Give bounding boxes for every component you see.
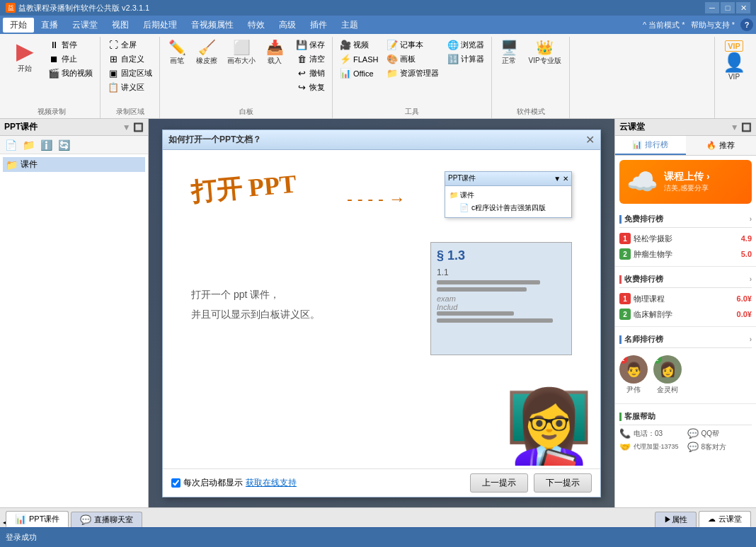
support-agent[interactable]: 🤝 代理加盟·13735 bbox=[619, 442, 685, 452]
refresh-button[interactable]: 🔄 bbox=[56, 138, 72, 152]
menu-start[interactable]: 开始 bbox=[3, 18, 34, 33]
cloud-promo-banner[interactable]: ☁️ 课程上传 › 洁美,感要分享 bbox=[619, 160, 752, 204]
my-video-button[interactable]: 🎬 我的视频 bbox=[45, 67, 96, 80]
cloud-panel-header: 云课堂 ▼ 🔲 bbox=[615, 119, 756, 136]
master-ranking-title: 名师排行榜 › bbox=[619, 331, 752, 348]
show-on-startup-label: 每次启动都显示 bbox=[183, 477, 243, 489]
current-mode[interactable]: ^ 当前模式 * bbox=[643, 20, 685, 30]
modal-hint-text: 打开 PPT bbox=[190, 166, 298, 210]
bottom-tab-property[interactable]: ▶属性 bbox=[655, 512, 697, 527]
undo-label: 撤销 bbox=[309, 68, 325, 79]
tree-item-courseware[interactable]: 📁 课件 bbox=[3, 157, 145, 172]
menu-live[interactable]: 直播 bbox=[34, 18, 65, 33]
master-ranking-more[interactable]: › bbox=[750, 335, 752, 343]
office-button[interactable]: 📊 Office bbox=[337, 67, 381, 80]
pen-icon: ✏️ bbox=[168, 40, 186, 54]
ppt-tree-courseware: 📁 课件 bbox=[448, 189, 568, 202]
calculator-button[interactable]: 🔢 计算器 bbox=[445, 52, 487, 66]
tools-label: 工具 bbox=[405, 105, 419, 117]
paid-rank-1-score: 6.0¥ bbox=[737, 294, 752, 303]
maximize-button[interactable]: □ bbox=[721, 2, 735, 13]
minimize-button[interactable]: ─ bbox=[705, 2, 719, 13]
modal-close-button[interactable]: ✕ bbox=[585, 133, 595, 146]
pause-icon: ⏸ bbox=[48, 40, 59, 50]
menu-audiovideo[interactable]: 音视频属性 bbox=[184, 18, 241, 33]
phone-label: 电话：03 bbox=[634, 429, 663, 439]
video-tool-button[interactable]: 🎥 视频 bbox=[337, 38, 381, 52]
menu-postprocess[interactable]: 后期处理 bbox=[136, 18, 184, 33]
promo-title: 课程上传 › bbox=[664, 171, 710, 183]
support-chat[interactable]: 💬 8客对方 bbox=[687, 442, 752, 452]
fullscreen-label: 全屏 bbox=[121, 40, 137, 50]
fullscreen-button[interactable]: ⛶ 全屏 bbox=[105, 38, 155, 52]
hint-area: 打开 PPT bbox=[191, 171, 297, 206]
ranking-divider-1 bbox=[615, 266, 756, 267]
save-label: 保存 bbox=[309, 40, 325, 50]
promo-text-area: 课程上传 › 洁美,感要分享 bbox=[664, 171, 710, 193]
canvas-tool-button[interactable]: 🎨 画板 bbox=[384, 52, 442, 66]
save-button[interactable]: 💾 保存 bbox=[293, 38, 328, 52]
custom-button[interactable]: ⊞ 自定义 bbox=[105, 52, 155, 66]
new-file-button[interactable]: 📄 bbox=[3, 138, 19, 152]
cloud-tab-recommend[interactable]: 🔥 推荐 bbox=[686, 136, 757, 155]
pen-button[interactable]: ✏️ 画笔 bbox=[164, 38, 190, 68]
resource-mgr-button[interactable]: 📁 资源管理器 bbox=[384, 67, 442, 80]
support-qq[interactable]: 💬 QQ帮 bbox=[687, 428, 752, 439]
eraser-button[interactable]: 🧹 橡皮擦 bbox=[193, 38, 221, 68]
fixed-region-button[interactable]: ▣ 固定区域 bbox=[105, 67, 155, 80]
question-icon[interactable]: ? bbox=[740, 18, 753, 31]
menu-cloud[interactable]: 云课堂 bbox=[65, 18, 105, 33]
ranking-title-left: 名师排行榜 bbox=[619, 334, 663, 345]
right-bottom-tabs: ▶属性 ☁ 云课堂 bbox=[655, 511, 753, 527]
lecture-area-button[interactable]: 📋 讲义区 bbox=[105, 81, 155, 94]
support-label: 客服帮助 bbox=[624, 411, 655, 422]
show-on-startup-checkbox[interactable] bbox=[171, 478, 181, 488]
modal-body: 打开 PPT PPT课件 ▼ ✕ 📁 课件 bbox=[163, 150, 600, 468]
cloud-tab-bottom-icon: ☁ bbox=[708, 514, 716, 524]
notepad-button[interactable]: 📝 记事本 bbox=[384, 38, 442, 52]
vip-crown-icon: 👑 bbox=[536, 40, 554, 54]
support-phone[interactable]: 📞 电话：03 bbox=[619, 428, 685, 439]
bottom-tab-cloud[interactable]: ☁ 云课堂 bbox=[699, 511, 751, 527]
next-hint-button[interactable]: 下一提示 bbox=[534, 473, 592, 493]
menu-effects[interactable]: 特效 bbox=[241, 18, 272, 33]
start-button[interactable]: ▶ 开始 bbox=[7, 38, 42, 75]
import-button[interactable]: 📥 载入 bbox=[262, 38, 287, 68]
bottom-tab-chat[interactable]: 💬 直播聊天室 bbox=[71, 512, 142, 527]
browser-button[interactable]: 🌐 浏览器 bbox=[445, 38, 487, 52]
canvas-size-button[interactable]: ⬜ 画布大小 bbox=[224, 38, 259, 68]
bottom-tab-ppt[interactable]: 📊 PPT课件 bbox=[6, 511, 69, 527]
paid-rank-1-name: 物理课程 bbox=[634, 294, 734, 304]
free-ranking-more[interactable]: › bbox=[750, 215, 752, 223]
agent-icon: 🤝 bbox=[619, 442, 631, 452]
ppt-thumb-content: 📁 课件 📄 c程序设计善吉强第四版 bbox=[445, 186, 571, 217]
vip-pro-button[interactable]: 👑 VIP专业版 bbox=[525, 38, 564, 68]
online-support-link[interactable]: 获取在线支持 bbox=[246, 477, 297, 489]
paid-ranking-more[interactable]: › bbox=[750, 275, 752, 283]
menu-advanced[interactable]: 高级 bbox=[272, 18, 303, 33]
stop-button[interactable]: ⏹ 停止 bbox=[45, 52, 96, 66]
cloud-tab-ranking[interactable]: 📊 排行榜 bbox=[615, 136, 686, 155]
resource-mgr-icon: 📁 bbox=[386, 68, 398, 79]
flash-button[interactable]: ⚡ FLASH bbox=[337, 52, 381, 66]
menu-plugins[interactable]: 插件 bbox=[303, 18, 334, 33]
help-support[interactable]: 帮助与支持 * bbox=[691, 20, 735, 30]
info-button[interactable]: ℹ️ bbox=[38, 138, 55, 152]
redo-button[interactable]: ↪ 恢复 bbox=[293, 81, 328, 94]
open-folder-button[interactable]: 📁 bbox=[21, 138, 37, 152]
undo-button[interactable]: ↩ 撤销 bbox=[293, 67, 328, 80]
clear-button[interactable]: 🗑 清空 bbox=[293, 52, 328, 66]
prev-hint-button[interactable]: 上一提示 bbox=[470, 473, 528, 493]
menu-view[interactable]: 视图 bbox=[105, 18, 136, 33]
pause-button[interactable]: ⏸ 暂停 bbox=[45, 38, 96, 52]
normal-mode-button[interactable]: 🖥️ 正常 bbox=[496, 38, 522, 68]
menu-theme[interactable]: 主题 bbox=[334, 18, 365, 33]
promo-icon: ☁️ bbox=[626, 167, 658, 197]
slide-line-3 bbox=[437, 311, 514, 316]
paid-ranking-title: 收费排行榜 › bbox=[619, 271, 752, 288]
recommend-tab-icon: 🔥 bbox=[706, 141, 716, 150]
vip-button[interactable]: VIP 👤 VIP bbox=[719, 38, 749, 83]
ppt-tab-label: PPT课件 bbox=[29, 514, 59, 524]
calculator-icon: 🔢 bbox=[447, 54, 459, 64]
close-button[interactable]: ✕ bbox=[736, 2, 750, 13]
